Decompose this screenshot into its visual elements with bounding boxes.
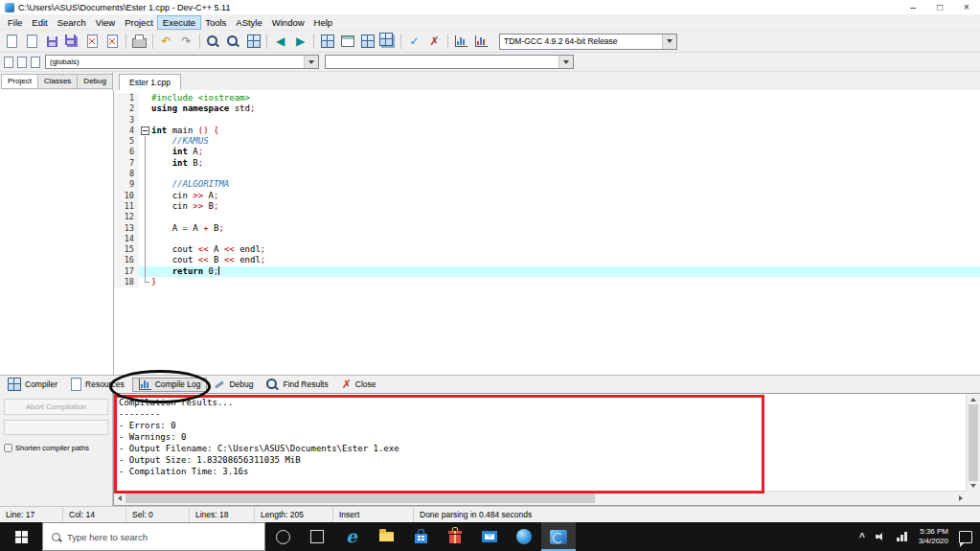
minimize-button[interactable]: –: [900, 0, 926, 14]
maximize-button[interactable]: □: [926, 0, 953, 14]
cortana-button[interactable]: [265, 522, 300, 551]
open-button[interactable]: [22, 32, 42, 51]
sidebar-tab-debug[interactable]: Debug: [77, 74, 113, 89]
code-line[interactable]: 7 int B;: [114, 158, 980, 169]
combo-arrow[interactable]: [304, 56, 318, 68]
start-button[interactable]: [0, 522, 42, 551]
abort-compile-button[interactable]: ✗: [424, 32, 444, 51]
taskbar-clock[interactable]: 5:36 PM 3/4/2020: [919, 527, 948, 546]
toggle-bookmark-button[interactable]: [15, 55, 28, 69]
code-line[interactable]: 12: [114, 212, 980, 222]
taskbar-app-store[interactable]: [403, 522, 438, 551]
vertical-scroll-thumb[interactable]: [969, 404, 978, 481]
menu-item-project[interactable]: Project: [120, 16, 158, 29]
taskbar-app-edge[interactable]: e: [334, 522, 369, 551]
bottom-tab-compile-log[interactable]: Compile Log: [132, 378, 208, 392]
syntax-check-button[interactable]: ✓: [404, 32, 424, 51]
scroll-left-icon[interactable]: [118, 495, 122, 501]
code-line[interactable]: 9 //ALGORITMA: [114, 179, 980, 190]
code-line[interactable]: 15 cout << A << endl;: [114, 244, 980, 255]
save-button[interactable]: [42, 32, 62, 51]
code-line[interactable]: 8: [114, 169, 980, 179]
profile-button[interactable]: [451, 32, 471, 51]
back-button[interactable]: ◀: [270, 32, 290, 51]
menu-item-help[interactable]: Help: [309, 16, 338, 29]
taskbar-search[interactable]: Type here to search: [42, 522, 265, 551]
goto-bookmark-button[interactable]: [29, 55, 41, 69]
task-view-button[interactable]: [300, 522, 334, 551]
menu-item-file[interactable]: File: [3, 16, 27, 29]
code-line[interactable]: 13 A = A + B;: [114, 223, 980, 234]
menu-item-window[interactable]: Window: [267, 16, 309, 29]
bottom-tab-debug[interactable]: Debug: [209, 378, 259, 392]
rebuild-all-button[interactable]: [377, 32, 398, 51]
abort-compilation-button[interactable]: Abort Compilation: [4, 399, 108, 415]
undo-button[interactable]: ↶: [156, 32, 176, 51]
menu-item-execute[interactable]: Execute: [158, 16, 200, 29]
code-line[interactable]: 4int main () {: [114, 126, 980, 136]
menu-item-edit[interactable]: Edit: [27, 16, 52, 29]
code-line[interactable]: 10 cin >> A;: [114, 191, 980, 201]
redo-button[interactable]: ↷: [176, 32, 196, 51]
code-line[interactable]: 17 return 0;: [114, 266, 980, 277]
combo-arrow[interactable]: [662, 34, 676, 49]
bottom-tab-resources[interactable]: Resources: [65, 378, 130, 392]
code-line[interactable]: 14: [114, 234, 980, 244]
taskbar-app-gift[interactable]: [438, 522, 472, 551]
compile-and-run-button[interactable]: [357, 32, 377, 51]
run-button[interactable]: [337, 32, 357, 51]
combo-arrow[interactable]: [558, 56, 573, 68]
close-file-button[interactable]: [82, 32, 103, 51]
menu-item-view[interactable]: View: [91, 16, 120, 29]
hidden-icons-chevron[interactable]: ^: [859, 532, 865, 542]
taskbar-app-mail[interactable]: [472, 522, 507, 551]
scroll-right-icon[interactable]: [959, 495, 963, 501]
code-line[interactable]: 5 //KAMUS: [114, 136, 980, 147]
action-center-icon[interactable]: [959, 531, 972, 543]
taskbar-app-file-explorer[interactable]: [369, 522, 403, 551]
forward-button[interactable]: ▶: [290, 32, 310, 51]
insert-button[interactable]: [2, 55, 14, 69]
profiling-analysis-button[interactable]: [471, 32, 491, 51]
code-line[interactable]: 2using namespace std;: [114, 103, 980, 114]
members-select[interactable]: [325, 55, 574, 69]
scroll-up-icon[interactable]: [970, 398, 976, 402]
fold-toggle-icon[interactable]: [139, 126, 151, 136]
editor-tab-ester1[interactable]: Ester 1.cpp: [119, 74, 181, 90]
network-icon[interactable]: [897, 532, 908, 541]
taskbar-app-devcpp[interactable]: [541, 522, 576, 551]
menu-item-search[interactable]: Search: [53, 16, 91, 29]
find-button[interactable]: [203, 32, 223, 51]
sidebar-tab-project[interactable]: Project: [1, 74, 38, 89]
globals-select[interactable]: (globals): [45, 55, 319, 69]
bottom-tab-close[interactable]: ✗Close: [336, 378, 382, 392]
bottom-tab-compiler[interactable]: Compiler: [2, 378, 63, 392]
save-all-button[interactable]: [62, 32, 82, 51]
code-line[interactable]: 1#include <iostream>: [114, 93, 980, 103]
sidebar-tab-classes[interactable]: Classes: [37, 74, 78, 89]
code-line[interactable]: 11 cin >> B;: [114, 201, 980, 212]
code-line[interactable]: 3: [114, 115, 980, 126]
shorten-paths-checkbox[interactable]: [4, 444, 12, 452]
menu-item-tools[interactable]: Tools: [200, 16, 231, 29]
replace-button[interactable]: [223, 32, 243, 51]
code-line[interactable]: 6 int A;: [114, 147, 980, 157]
horizontal-scroll-thumb[interactable]: [125, 494, 595, 503]
compiler-profile-select[interactable]: TDM-GCC 4.9.2 64-bit Release: [499, 34, 677, 50]
project-panel[interactable]: [0, 90, 114, 375]
taskbar-app-browser[interactable]: [507, 522, 541, 551]
close-all-button[interactable]: [103, 32, 123, 51]
vertical-scrollbar[interactable]: [966, 394, 980, 492]
scroll-down-icon[interactable]: [970, 484, 976, 488]
bottom-tab-find-results[interactable]: Find Results: [261, 378, 333, 392]
close-button[interactable]: ×: [953, 0, 980, 14]
compile-button[interactable]: [317, 32, 337, 51]
code-line[interactable]: 18}: [114, 277, 980, 287]
new-source-button[interactable]: [2, 32, 22, 51]
code-editor[interactable]: 1#include <iostream>2using namespace std…: [114, 90, 980, 375]
menu-item-astyle[interactable]: AStyle: [231, 16, 266, 29]
horizontal-scrollbar[interactable]: [114, 491, 967, 505]
volume-icon[interactable]: [876, 532, 886, 541]
goto-line-button[interactable]: [243, 32, 263, 51]
print-button[interactable]: [129, 32, 149, 51]
